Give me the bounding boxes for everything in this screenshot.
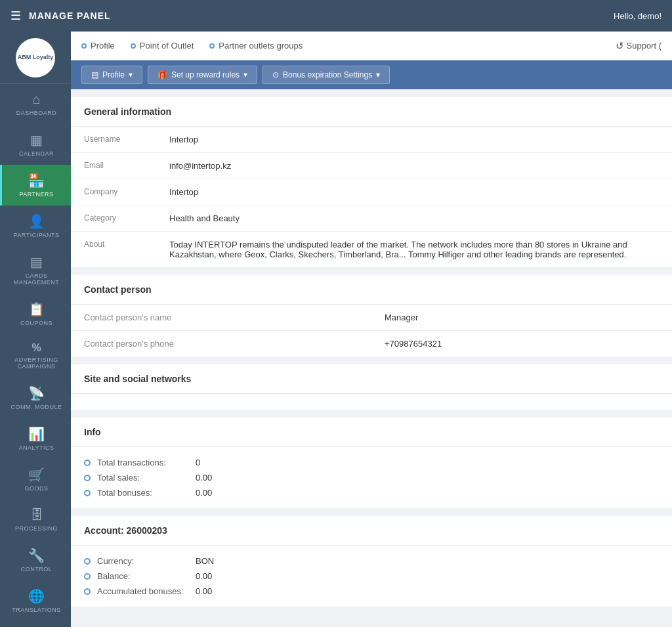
account-header: Account: 26000203 xyxy=(71,516,672,546)
sidebar-item-processing[interactable]: 🗄 PROCESSING xyxy=(0,500,71,540)
email-label: Email xyxy=(71,153,156,179)
general-info-section: General information Username Intertop Em… xyxy=(71,97,672,267)
processing-icon: 🗄 xyxy=(30,508,43,523)
logo: ABM Loyalty xyxy=(16,38,55,77)
hamburger-menu[interactable]: ☰ xyxy=(10,9,21,23)
profile-btn-label: Profile xyxy=(102,70,125,79)
nav-point-of-outlet[interactable]: Point of Outlet xyxy=(131,41,194,51)
dashboard-icon: ⌂ xyxy=(32,92,40,107)
username-value: Intertop xyxy=(156,127,672,153)
sidebar-item-translations[interactable]: 🌐 TRANSLATIONS xyxy=(0,580,71,621)
sidebar-label-analytics: ANALYTICS xyxy=(19,444,54,451)
setup-btn-label: Set up reward rules xyxy=(171,70,240,79)
site-social-header: Site and social networks xyxy=(71,364,672,394)
secondary-nav: Profile Point of Outlet Partner outlets … xyxy=(71,32,672,60)
contact-phone-label: Contact person's phone xyxy=(71,331,371,357)
coupons-icon: 📋 xyxy=(28,301,45,317)
profile-icon: ▤ xyxy=(91,70,98,79)
sidebar-label-calendar: CALENDAR xyxy=(19,150,54,157)
support-icon: ↺ xyxy=(616,40,624,52)
control-icon: 🔧 xyxy=(28,548,45,563)
company-label: Company xyxy=(71,179,156,205)
account-number: 26000203 xyxy=(127,525,167,536)
action-bar: ▤ Profile ▾ 🎁 Set up reward rules ▾ ⊙ Bo… xyxy=(71,60,672,89)
app-title: MANAGE PANEL xyxy=(29,11,111,21)
currency-label: Currency: xyxy=(97,556,189,566)
site-social-section: Site and social networks xyxy=(71,364,672,410)
nav-profile[interactable]: Profile xyxy=(81,41,115,51)
sidebar-item-partners[interactable]: 🏪 PARTNERS xyxy=(0,165,71,205)
table-row: Contact person's name Manager xyxy=(71,305,672,331)
bonus-expiration-button[interactable]: ⊙ Bonus expiration Settings ▾ xyxy=(262,66,390,84)
contact-table: Contact person's name Manager Contact pe… xyxy=(71,305,672,357)
sidebar-item-control[interactable]: 🔧 CONTROL xyxy=(0,540,71,580)
greeting: Hello, demo! xyxy=(614,11,662,21)
advertising-icon: % xyxy=(32,342,41,354)
bonus-btn-label: Bonus expiration Settings xyxy=(283,70,372,79)
about-label: About xyxy=(71,232,156,268)
list-item: Total transactions: 0 xyxy=(84,458,659,467)
sidebar-item-advertising[interactable]: % ADVERTISING CAMPAIGNS xyxy=(0,334,71,378)
setup-reward-button[interactable]: 🎁 Set up reward rules ▾ xyxy=(148,66,257,84)
sidebar-item-goods[interactable]: 🛒 GOODS xyxy=(0,459,71,500)
company-value: Intertop xyxy=(156,179,672,205)
sidebar-label-partners: PARTNERS xyxy=(19,191,53,198)
goods-icon: 🛒 xyxy=(28,467,45,483)
setup-icon: 🎁 xyxy=(158,70,167,79)
support-label: Support ( xyxy=(627,41,662,51)
account-list: Currency: BON Balance: 0.00 Accumulated … xyxy=(71,546,672,607)
sidebar-label-participants: PARTICIPANTS xyxy=(13,232,59,238)
contact-phone-value: +70987654321 xyxy=(371,331,672,357)
sidebar-label-cards: CARDS MANAGEMENT xyxy=(5,272,68,286)
sidebar-item-analytics[interactable]: 📊 ANALYTICS xyxy=(0,418,71,459)
dot-icon-3 xyxy=(209,43,215,49)
bullet-icon xyxy=(84,475,91,481)
account-title: Account: xyxy=(84,525,124,536)
table-row: Company Intertop xyxy=(71,179,672,205)
nav-partner-outlets[interactable]: Partner outlets groups xyxy=(209,41,303,51)
general-info-header: General information xyxy=(71,97,672,127)
top-bar: ☰ MANAGE PANEL Hello, demo! xyxy=(0,0,672,32)
translations-icon: 🌐 xyxy=(28,588,45,604)
sidebar-label-comm: COMM. MODULE xyxy=(11,404,62,410)
list-item: Accumulated bonuses: 0.00 xyxy=(84,586,659,596)
balance-value: 0.00 xyxy=(196,571,212,581)
table-row: Category Health and Beauty xyxy=(71,205,672,232)
participants-icon: 👤 xyxy=(28,213,45,229)
accumulated-bonuses-value: 0.00 xyxy=(196,586,212,596)
username-label: Username xyxy=(71,127,156,153)
sidebar-item-calendar[interactable]: ▦ CALENDAR xyxy=(0,124,71,165)
list-item: Total sales: 0.00 xyxy=(84,473,659,483)
sidebar-item-comm[interactable]: 📡 COMM. MODULE xyxy=(0,378,71,418)
analytics-icon: 📊 xyxy=(28,426,45,442)
sidebar-label-coupons: COUPONS xyxy=(20,320,52,326)
support-link[interactable]: ↺ Support ( xyxy=(616,40,662,52)
sidebar-label-control: CONTROL xyxy=(21,566,52,573)
sidebar-item-participants[interactable]: 👤 PARTICIPANTS xyxy=(0,205,71,246)
bullet-icon xyxy=(84,490,91,496)
contact-name-label: Contact person's name xyxy=(71,305,371,331)
accumulated-bonuses-label: Accumulated bonuses: xyxy=(97,586,189,596)
bullet-icon xyxy=(84,588,91,595)
bullet-icon xyxy=(84,558,91,565)
balance-label: Balance: xyxy=(97,571,189,581)
total-bonuses-label: Total bonuses: xyxy=(97,488,189,498)
nav-point-of-outlet-label: Point of Outlet xyxy=(140,41,194,51)
bonus-chevron: ▾ xyxy=(376,70,380,79)
sidebar-item-coupons[interactable]: 📋 COUPONS xyxy=(0,293,71,334)
contact-person-header: Contact person xyxy=(71,275,672,305)
sidebar-label-processing: PROCESSING xyxy=(15,525,58,532)
table-row: Username Intertop xyxy=(71,127,672,153)
table-row: Email info@intertop.kz xyxy=(71,153,672,179)
comm-icon: 📡 xyxy=(28,385,45,401)
profile-button[interactable]: ▤ Profile ▾ xyxy=(81,66,142,84)
table-row: Contact person's phone +70987654321 xyxy=(71,331,672,357)
sidebar-logo: ABM Loyalty xyxy=(0,32,71,84)
sidebar-item-dashboard[interactable]: ⌂ DASHBOARD xyxy=(0,84,71,124)
sidebar-item-cards[interactable]: ▤ CARDS MANAGEMENT xyxy=(0,246,71,293)
cards-icon: ▤ xyxy=(30,254,43,270)
bullet-icon xyxy=(84,460,91,466)
contact-person-section: Contact person Contact person's name Man… xyxy=(71,275,672,357)
sidebar-label-dashboard: DASHBOARD xyxy=(16,110,57,116)
info-header: Info xyxy=(71,418,672,447)
